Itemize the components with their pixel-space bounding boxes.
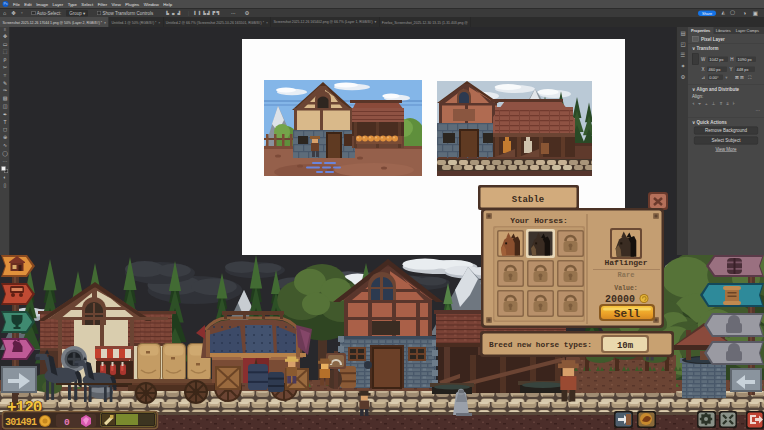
- svg-text:Haflinger: Haflinger: [604, 258, 647, 267]
- svg-text:10m: 10m: [617, 341, 634, 351]
- svg-text:Value:: Value:: [614, 285, 637, 292]
- svg-text:Stable: Stable: [512, 195, 544, 205]
- svg-text:Breed new horse types:: Breed new horse types:: [489, 341, 592, 349]
- svg-text:Sell: Sell: [614, 308, 641, 320]
- svg-text:20000: 20000: [605, 294, 635, 305]
- svg-text:Your Horses:: Your Horses:: [510, 216, 568, 225]
- svg-text:301491: 301491: [5, 417, 37, 428]
- svg-text:0: 0: [64, 417, 70, 428]
- svg-text:Rare: Rare: [618, 271, 635, 279]
